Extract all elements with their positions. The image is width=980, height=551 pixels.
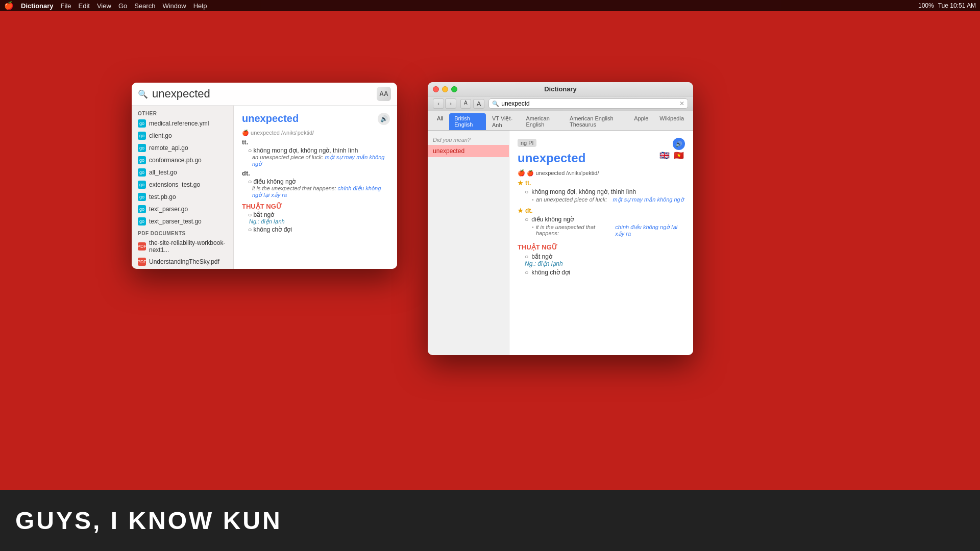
menubar-search[interactable]: Search xyxy=(134,2,155,10)
list-item[interactable]: PDF UnderstandingTheSky.pdf xyxy=(132,256,233,268)
clear-search-button[interactable]: ✕ xyxy=(679,100,684,107)
tab-vt-viet-anh[interactable]: VT Việt-Anh xyxy=(487,113,520,130)
zoom-button[interactable] xyxy=(451,86,457,92)
close-button[interactable] xyxy=(433,86,439,92)
did-you-mean-label: Did you mean? xyxy=(428,135,509,145)
file-icon: go xyxy=(138,181,146,189)
spotlight-search-input[interactable] xyxy=(152,87,377,101)
minimize-button[interactable] xyxy=(442,86,448,92)
dict-word-header: unexpected 🇬🇧 🇻🇳 xyxy=(518,151,685,165)
pdf-section-label: PDF DOCUMENTS xyxy=(132,228,233,237)
spotlight-window: 🔍 AA OTHER go medical.reference.yml go c… xyxy=(132,83,397,269)
tab-american-english[interactable]: American English xyxy=(521,113,564,130)
dict-window-title: Dictionary xyxy=(544,85,577,93)
font-smaller-button[interactable]: A xyxy=(460,99,471,109)
apple-menu[interactable]: 🍎 xyxy=(4,1,14,10)
pdf-icon: PDF xyxy=(138,242,146,251)
dict-flags: 🇬🇧 🇻🇳 xyxy=(658,151,685,159)
tab-wikipedia[interactable]: Wikipedia xyxy=(654,113,689,130)
dict-example-2: it is the unexpected that happens: chính… xyxy=(532,224,685,237)
spotlight-content: unexpected 🔊 🍎 unexpected /ʌniks'pektid/… xyxy=(234,106,397,269)
menubar-window[interactable]: Window xyxy=(162,2,186,10)
search-icon: 🔍 xyxy=(492,101,499,107)
spotlight-dict-icon: AA xyxy=(377,87,391,101)
partial-pill: ng Pl xyxy=(518,139,536,147)
dict-search-input[interactable] xyxy=(501,100,677,107)
background-text: GUYS, I KNOW KUN xyxy=(0,507,298,535)
menubar-view[interactable]: View xyxy=(97,2,111,10)
dict-word-title: unexpected xyxy=(518,151,585,165)
file-icon: go xyxy=(138,193,146,201)
list-item[interactable]: go extensions_test.go xyxy=(132,179,233,191)
dict-pronunciation: 🍎 🍎 unexpected /ʌniks'pektid/ xyxy=(518,169,685,177)
spotlight-body: OTHER go medical.reference.yml go client… xyxy=(132,106,397,269)
tab-american-english-thesaurus[interactable]: American English Thesaurus xyxy=(565,113,628,130)
menubar-help[interactable]: Help xyxy=(193,2,207,10)
dict-def-1: không mong đợi, không ngờ, thình lình xyxy=(525,188,685,195)
speaker-icon[interactable]: 🔊 xyxy=(378,113,390,125)
dict-pos-tt: ★ tt. xyxy=(518,180,685,187)
term-2: ○ không chờ đợi xyxy=(248,226,389,233)
dict-term-1: bắt ngờ xyxy=(525,253,685,260)
dict-sidebar: Did you mean? unexpected xyxy=(428,131,509,355)
entry-def-2: ○ điều không ngờ xyxy=(248,178,389,185)
file-icon: go xyxy=(138,168,146,177)
nav-buttons: ‹ › xyxy=(433,98,456,109)
term-note: Ng.: điện lạnh xyxy=(249,218,389,225)
font-larger-button[interactable]: A xyxy=(473,99,485,109)
menubar-battery: 100% xyxy=(918,2,934,9)
list-item[interactable]: go text_parser.go xyxy=(132,203,233,215)
dict-term-note: Ng.: điện lạnh xyxy=(525,260,685,267)
file-icon: go xyxy=(138,119,146,128)
other-section-label: OTHER xyxy=(132,108,233,117)
dict-sidebar-result[interactable]: unexpected xyxy=(428,145,509,157)
menubar-left: 🍎 Dictionary File Edit View Go Search Wi… xyxy=(4,1,207,10)
file-icon: go xyxy=(138,144,146,152)
menubar: 🍎 Dictionary File Edit View Go Search Wi… xyxy=(0,0,980,11)
forward-button[interactable]: › xyxy=(445,98,456,109)
entry-def-1: ○ không mong đợi, không ngờ, thình lình xyxy=(248,147,389,154)
entry-example-1: an unexpected piece of luck: một sự may … xyxy=(252,154,389,167)
background-panel: GUYS, I KNOW KUN xyxy=(0,490,980,551)
dict-thuat-ngu-label: THUẬT NGỮ xyxy=(518,243,685,251)
menubar-edit[interactable]: Edit xyxy=(79,2,90,10)
entry-source: 🍎 unexpected /ʌniks'pektid/ xyxy=(242,130,389,136)
list-item[interactable]: go text_parser_test.go xyxy=(132,215,233,228)
file-icon: go xyxy=(138,205,146,213)
dict-main-content: ng Pl 🔊 unexpected 🇬🇧 🇻🇳 🍎 🍎 unexpected … xyxy=(509,131,693,355)
file-icon: go xyxy=(138,217,146,226)
file-icon: go xyxy=(138,156,146,164)
thuat-ngu-label: THUẬT NGỮ xyxy=(242,203,389,210)
dict-titlebar: Dictionary xyxy=(428,82,693,96)
back-button[interactable]: ‹ xyxy=(433,98,444,109)
list-item[interactable]: go client.go xyxy=(132,130,233,142)
spotlight-search-bar: 🔍 AA xyxy=(132,83,397,106)
tab-all[interactable]: All xyxy=(432,113,448,130)
dict-def-2: điều không ngờ xyxy=(525,216,685,223)
search-icon: 🔍 xyxy=(138,89,148,99)
tab-british-english[interactable]: British English xyxy=(449,113,486,130)
dictionary-window: Dictionary ‹ › A A 🔍 ✕ All British Engli… xyxy=(428,82,693,355)
list-item[interactable]: PDF the-site-reliability-workbook-next1.… xyxy=(132,237,233,256)
term-1: ○ bắt ngờ xyxy=(248,211,389,218)
menubar-file[interactable]: File xyxy=(61,2,71,10)
tab-apple[interactable]: Apple xyxy=(629,113,653,130)
list-item[interactable]: go conformance.pb.go xyxy=(132,154,233,166)
menubar-time: Tue 10:51 AM xyxy=(938,2,976,9)
entry-pos-tt: tt. xyxy=(242,138,389,146)
entry-pos-dt: dt. xyxy=(242,169,389,177)
content-entry-tt: 🍎 unexpected /ʌniks'pektid/ tt. ○ không … xyxy=(242,130,389,198)
dict-tabs: All British English VT Việt-Anh American… xyxy=(428,111,693,131)
list-item[interactable]: go test.pb.go xyxy=(132,191,233,203)
traffic-lights xyxy=(433,86,457,92)
menubar-right: 100% Tue 10:51 AM xyxy=(918,2,976,9)
vn-flag-icon: 🇻🇳 xyxy=(673,151,685,159)
menubar-go[interactable]: Go xyxy=(118,2,127,10)
spotlight-sidebar: OTHER go medical.reference.yml go client… xyxy=(132,106,234,269)
list-item[interactable]: go medical.reference.yml xyxy=(132,117,233,130)
list-item[interactable]: go remote_api.go xyxy=(132,142,233,154)
list-item[interactable]: go all_test.go xyxy=(132,166,233,179)
dict-example-1: an unexpected piece of luck: một sự may … xyxy=(532,196,685,203)
menubar-app-name[interactable]: Dictionary xyxy=(21,2,54,10)
dict-speaker-button[interactable]: 🔊 xyxy=(673,138,685,150)
